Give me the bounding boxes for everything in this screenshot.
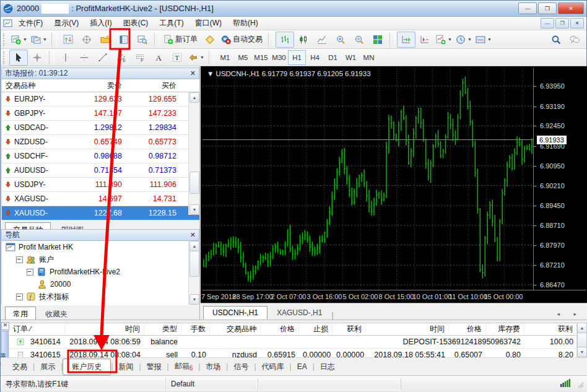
terminal-tab-代码库[interactable]: 代码库 xyxy=(256,359,290,375)
market-watch-row[interactable]: GBPJPY-147.197147.233 xyxy=(2,107,199,121)
child-restore-button[interactable]: ❐ xyxy=(555,18,569,28)
child-close-button[interactable]: ✕ xyxy=(570,18,584,28)
close-icon[interactable]: ✕ xyxy=(190,69,196,77)
tile-windows-button[interactable] xyxy=(368,32,387,48)
close-icon[interactable]: ✕ xyxy=(190,231,196,239)
history-column-3[interactable]: 类型 xyxy=(144,324,181,334)
text-button[interactable]: A xyxy=(149,50,168,66)
timeframe-h4-button[interactable]: H4 xyxy=(306,50,324,65)
strategy-tester-button[interactable] xyxy=(133,32,152,48)
cursor-button[interactable] xyxy=(9,50,28,66)
timeframe-m30-button[interactable]: M30 xyxy=(270,50,288,65)
history-column-8[interactable]: 获利 xyxy=(333,324,366,334)
trendline-button[interactable] xyxy=(93,50,112,66)
scroll-thumb[interactable] xyxy=(189,251,199,277)
new-chart-button[interactable]: ▼ xyxy=(9,32,29,48)
chart-shift-button[interactable] xyxy=(415,32,434,48)
terminal-tab-邮箱[interactable]: 邮箱6 xyxy=(169,359,199,374)
scroll-thumb[interactable] xyxy=(577,333,587,347)
market-watch-row[interactable]: NZDUSD-0.657490.65773 xyxy=(2,135,199,149)
terminal-tab-账户历史[interactable]: 账户历史 xyxy=(63,359,111,375)
terminal-tab-EA[interactable]: EA xyxy=(292,360,313,373)
terminal-tab-市场[interactable]: 市场 xyxy=(200,359,226,375)
bar-chart-button[interactable] xyxy=(276,32,294,48)
chart-plot[interactable] xyxy=(202,68,533,290)
terminal-scrollbar[interactable]: ▲▼ xyxy=(576,323,587,357)
menu-item-2[interactable]: 显示(V) xyxy=(48,17,84,30)
timeframe-w1-button[interactable]: W1 xyxy=(342,50,360,65)
chart-price-axis[interactable]: 6.939506.931906.924506.916906.909506.902… xyxy=(533,68,586,290)
status-profile[interactable]: Default xyxy=(166,378,258,390)
scroll-down-icon[interactable]: ▼ xyxy=(577,347,587,357)
mw-column-1[interactable]: 交易品种 xyxy=(2,81,67,91)
timeframe-d1-button[interactable]: D1 xyxy=(324,50,342,65)
menu-item-5[interactable]: 工具(T) xyxy=(154,17,189,30)
crosshair-button[interactable] xyxy=(28,50,46,66)
market-watch-row[interactable]: XAUUSD-1227.681228.15 xyxy=(2,206,199,220)
navigator-button[interactable] xyxy=(96,32,115,48)
history-column-1[interactable]: 订单 ∕ xyxy=(9,324,65,334)
terminal-tab-交易[interactable]: 交易 xyxy=(7,359,33,375)
text-label-button[interactable]: T xyxy=(168,50,186,66)
restore-button[interactable]: ❐ xyxy=(538,2,557,14)
scroll-down-icon[interactable]: ▼ xyxy=(189,204,199,215)
auto-scroll-button[interactable] xyxy=(397,32,415,48)
profiles-button[interactable]: ▼ xyxy=(29,32,49,48)
resize-grip[interactable] xyxy=(575,380,584,388)
vertical-line-button[interactable] xyxy=(56,50,75,66)
scroll-thumb[interactable] xyxy=(189,172,199,194)
metaeditor-button[interactable] xyxy=(201,32,219,48)
market-watch-row[interactable]: XAGUSD-14.69714.731 xyxy=(2,192,199,206)
mw-column-3[interactable]: 买价 xyxy=(126,81,180,91)
candlestick-button[interactable] xyxy=(294,32,313,48)
history-column-12[interactable]: 获利 xyxy=(524,324,577,334)
expander-minus-icon[interactable] xyxy=(27,269,33,276)
terminal-button[interactable] xyxy=(115,32,133,48)
tab-scroll-arrows[interactable]: ◂ ▸ xyxy=(557,311,585,320)
expander-minus-icon[interactable] xyxy=(16,256,23,263)
terminal-tab-日志[interactable]: 日志 xyxy=(315,359,341,375)
templates-button[interactable]: ▼ xyxy=(474,32,494,48)
zoom-out-button[interactable] xyxy=(350,32,368,48)
periods-button[interactable]: ▼ xyxy=(454,32,474,48)
history-column-5[interactable]: 交易品种 xyxy=(210,324,261,334)
equidistant-channel-button[interactable]: E xyxy=(112,50,131,66)
menu-item-3[interactable]: 插入(I) xyxy=(84,17,117,30)
horizontal-line-button[interactable] xyxy=(75,50,93,66)
chart-tab-1[interactable]: USDCNH-,H1 xyxy=(203,306,267,320)
line-chart-button[interactable] xyxy=(313,32,331,48)
search-button[interactable] xyxy=(547,32,565,48)
history-column-10[interactable]: 价格 xyxy=(449,324,486,334)
timeframe-h1-button[interactable]: H1 xyxy=(288,50,306,65)
history-column-6[interactable]: 价格 xyxy=(261,324,299,334)
menu-item-6[interactable]: 窗口(W) xyxy=(189,17,227,30)
market-watch-row[interactable]: USDCHF-0.986880.98712 xyxy=(2,149,199,163)
timeframe-m1-button[interactable]: M1 xyxy=(216,50,234,65)
chat-button[interactable] xyxy=(565,32,584,48)
terminal-tab-新闻[interactable]: 新闻 xyxy=(113,359,139,375)
menu-item-1[interactable]: 文件(F) xyxy=(13,17,48,30)
minimize-button[interactable]: — xyxy=(518,2,537,14)
mw-column-2[interactable]: 卖价 xyxy=(67,81,126,91)
history-column-4[interactable]: 手数 xyxy=(181,324,210,334)
zoom-in-button[interactable] xyxy=(331,32,350,48)
autotrading-button[interactable]: 自动交易 xyxy=(219,32,266,48)
data-window-button[interactable] xyxy=(77,32,96,48)
terminal-tab-展示[interactable]: 展示 xyxy=(35,359,61,375)
tree-item-2[interactable]: 账户 xyxy=(2,253,199,266)
tree-item-3[interactable]: ProfitMarketHK-Live2 xyxy=(2,266,199,278)
timeframe-m5-button[interactable]: M5 xyxy=(234,50,252,65)
terminal-tab-警报[interactable]: 警报 xyxy=(141,359,167,375)
chart-time-axis[interactable]: 27 Sep 201828 Sep 17:002 Oct 07:003 Oct … xyxy=(202,290,586,303)
history-column-7[interactable]: 止损 xyxy=(299,324,333,334)
close-icon[interactable]: ✕ xyxy=(1,322,9,330)
expander-minus-icon[interactable] xyxy=(16,294,23,300)
market-watch-row[interactable]: AUDUSD-0.713540.71373 xyxy=(2,163,199,178)
history-row[interactable]: 34106142018.09.14 08:06:59balanceDEPOSIT… xyxy=(9,336,577,349)
history-column-9[interactable]: 时间 xyxy=(366,324,449,334)
market-watch-row[interactable]: USDCAD-1.298121.29834 xyxy=(2,121,199,135)
scroll-up-icon[interactable]: ▲ xyxy=(577,323,587,333)
indicators-button[interactable]: ▼ xyxy=(434,32,454,48)
close-button[interactable]: ✕ xyxy=(558,2,584,14)
history-column-11[interactable]: 库存费 xyxy=(486,324,524,334)
